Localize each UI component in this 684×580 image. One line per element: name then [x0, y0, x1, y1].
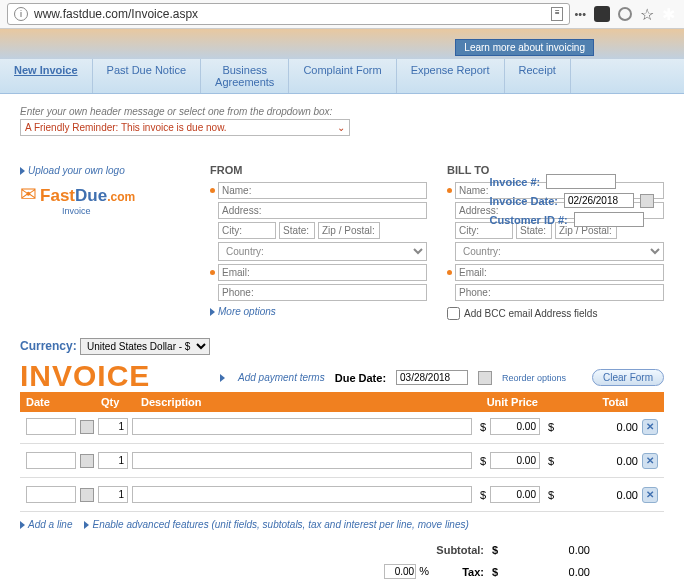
upload-logo-link[interactable]: Upload your own logo [28, 165, 125, 176]
row-date-input[interactable] [26, 486, 76, 503]
add-line-link[interactable]: Add a line [28, 519, 72, 530]
customer-id-input[interactable] [574, 212, 644, 227]
currency-select[interactable]: United States Dollar - $ [80, 338, 210, 355]
pocket-icon[interactable] [594, 6, 610, 22]
line-row: $ $0.00 ✕ [20, 412, 664, 441]
tab-receipt[interactable]: Receipt [505, 59, 571, 93]
invoice-date-label: Invoice Date: [490, 195, 558, 207]
row-desc-input[interactable] [132, 486, 472, 503]
from-address-input[interactable] [218, 202, 427, 219]
tab-business-agreements[interactable]: BusinessAgreements [201, 59, 289, 93]
url-text: www.fastdue.com/Invoice.aspx [34, 7, 545, 21]
row-unitprice-input[interactable] [490, 486, 540, 503]
row-qty-input[interactable] [98, 452, 128, 469]
due-date-label: Due Date: [335, 372, 386, 384]
reorder-link[interactable]: Reorder options [502, 373, 566, 383]
promo-banner[interactable]: Learn more about invoicing [455, 39, 594, 56]
from-country-select[interactable]: Country: [218, 242, 427, 261]
row-total: 0.00 [558, 421, 638, 433]
settings-gear-icon[interactable]: ✱ [662, 5, 675, 24]
grid-header: Date Qty Description Unit Price Total [20, 392, 664, 412]
home-icon[interactable] [618, 7, 632, 21]
row-unitprice-input[interactable] [490, 452, 540, 469]
line-row: $ $0.00 ✕ [20, 480, 664, 509]
tax-label: Tax: [437, 566, 484, 578]
calendar-icon[interactable] [640, 194, 654, 208]
reader-icon[interactable]: ≡ [551, 7, 563, 21]
nav-tabs: New Invoice Past Due Notice BusinessAgre… [0, 59, 684, 94]
from-state-input[interactable] [279, 222, 315, 239]
add-payment-terms-link[interactable]: Add payment terms [238, 372, 325, 383]
invoice-no-label: Invoice #: [490, 176, 541, 188]
calendar-icon[interactable] [80, 420, 94, 434]
invoice-date-input[interactable] [564, 193, 634, 208]
row-total: 0.00 [558, 455, 638, 467]
row-unitprice-input[interactable] [490, 418, 540, 435]
bill-email-input[interactable] [455, 264, 664, 281]
url-bar[interactable]: i www.fastdue.com/Invoice.aspx ≡ [7, 3, 570, 25]
line-row: $ $0.00 ✕ [20, 446, 664, 475]
subtotal-value: 0.00 [510, 544, 590, 556]
from-block: FROM Country: More options [210, 164, 427, 320]
tax-value: 0.00 [510, 566, 590, 578]
info-icon[interactable]: i [14, 7, 28, 21]
calendar-icon[interactable] [80, 454, 94, 468]
tax-pct-input[interactable] [384, 564, 416, 579]
header-hint: Enter your own header message or select … [20, 106, 664, 117]
tab-new-invoice[interactable]: New Invoice [0, 59, 93, 93]
bookmark-star-icon[interactable]: ☆ [640, 5, 654, 24]
clear-form-button[interactable]: Clear Form [592, 369, 664, 386]
tab-past-due[interactable]: Past Due Notice [93, 59, 201, 93]
from-phone-input[interactable] [218, 284, 427, 301]
from-zip-input[interactable] [318, 222, 380, 239]
triangle-icon [20, 167, 25, 175]
delete-row-button[interactable]: ✕ [642, 487, 658, 503]
more-icon[interactable]: ••• [574, 8, 586, 20]
row-qty-input[interactable] [98, 486, 128, 503]
calendar-icon[interactable] [80, 488, 94, 502]
from-title: FROM [210, 164, 427, 176]
row-date-input[interactable] [26, 452, 76, 469]
delete-row-button[interactable]: ✕ [642, 453, 658, 469]
bcc-label: Add BCC email Address fields [464, 308, 597, 319]
from-more-link[interactable]: More options [218, 306, 276, 317]
tab-complaint-form[interactable]: Complaint Form [289, 59, 396, 93]
currency-label: Currency: [20, 339, 77, 353]
customer-id-label: Customer ID #: [490, 214, 568, 226]
from-city-input[interactable] [218, 222, 276, 239]
enable-advanced-link[interactable]: Enable advanced features (unit fields, s… [92, 519, 468, 530]
tab-expense-report[interactable]: Expense Report [397, 59, 505, 93]
delete-row-button[interactable]: ✕ [642, 419, 658, 435]
bill-country-select[interactable]: Country: [455, 242, 664, 261]
due-date-input[interactable] [396, 370, 468, 385]
invoice-no-input[interactable] [546, 174, 616, 189]
row-desc-input[interactable] [132, 452, 472, 469]
row-total: 0.00 [558, 489, 638, 501]
from-name-input[interactable] [218, 182, 427, 199]
calendar-icon[interactable] [478, 371, 492, 385]
from-email-input[interactable] [218, 264, 427, 281]
logo: ✉ FastDue.com Invoice [20, 182, 190, 216]
row-date-input[interactable] [26, 418, 76, 435]
bill-phone-input[interactable] [455, 284, 664, 301]
header-message-select[interactable]: A Friendly Reminder: This invoice is due… [20, 119, 350, 136]
subtotal-label: Subtotal: [374, 544, 484, 556]
row-qty-input[interactable] [98, 418, 128, 435]
row-desc-input[interactable] [132, 418, 472, 435]
chevron-down-icon: ⌄ [337, 122, 345, 133]
bcc-checkbox[interactable] [447, 307, 460, 320]
